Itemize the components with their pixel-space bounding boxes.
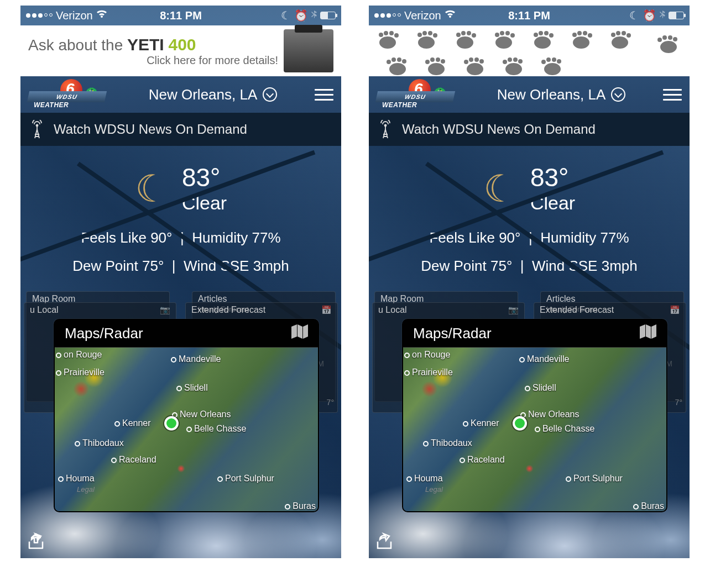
status-time: 8:11 PM (160, 9, 202, 22)
radar-map[interactable]: on Rouge Prairieville Mandeville Slidell… (55, 348, 318, 512)
status-left: Verizon (26, 9, 107, 22)
map-legal-label[interactable]: Legal (77, 485, 95, 494)
bluetooth-icon (311, 9, 317, 22)
location-label: New Orleans, LA (497, 86, 606, 103)
city-slidell: Slidell (176, 383, 208, 393)
carrier-label: Verizon (56, 9, 93, 22)
current-location-marker-icon (164, 416, 179, 431)
ad-pre: Ask about the (28, 36, 127, 54)
city-houma: Houma (406, 474, 443, 484)
card-extended-label: Extended Forecast (540, 305, 614, 314)
footprint-icon (454, 57, 486, 76)
radar-map[interactable]: on Rouge Prairieville Mandeville Slidell… (403, 348, 666, 512)
city-new-orleans: New Orleans (172, 410, 231, 419)
location-selector[interactable]: New Orleans, LA (149, 86, 278, 103)
svg-point-46 (428, 63, 445, 75)
svg-point-43 (397, 57, 401, 62)
city-port-sulphur: Port Sulphur (566, 474, 623, 484)
city-belle-chasse: Belle Chasse (535, 424, 594, 434)
detail-row-2: Dew Point 75° | Wind SSE 3mph (20, 258, 341, 275)
map-card-header: Maps/Radar (55, 320, 318, 348)
svg-point-65 (541, 60, 546, 64)
card-maps-radar[interactable]: Maps/Radar on Rouge Prairieville Mandevi… (402, 319, 667, 512)
footprint-icon (609, 30, 641, 50)
svg-point-57 (518, 59, 523, 64)
svg-point-37 (673, 37, 677, 41)
card-maps-radar[interactable]: Maps/Radar on Rouge Prairieville Mandevi… (54, 319, 319, 512)
svg-point-41 (389, 63, 406, 75)
svg-point-34 (622, 31, 626, 35)
wifi-icon (96, 10, 107, 22)
svg-point-26 (573, 36, 589, 49)
city-baton-rouge: on Rouge (56, 350, 102, 360)
status-left: Verizon (374, 9, 456, 22)
battery-icon (320, 12, 336, 19)
city-belle-chasse: Belle Chasse (186, 424, 246, 434)
svg-point-55 (464, 60, 468, 64)
svg-point-5 (394, 33, 399, 38)
moon-statusbar-icon: ☾ (629, 9, 639, 22)
status-bar: Verizon 8:11 PM ☾ ⏰ (20, 6, 341, 25)
svg-point-36 (660, 41, 677, 53)
card-extended-label: Extended Forecast (191, 305, 265, 314)
status-right: ☾ ⏰ (629, 9, 684, 22)
svg-point-52 (479, 59, 484, 64)
svg-point-32 (611, 33, 615, 37)
battery-icon (669, 12, 684, 19)
status-bar: Verizon 8:11 PM ☾ ⏰ (369, 6, 690, 25)
map-legal-label[interactable]: Legal (425, 485, 443, 494)
footprint-icon (648, 35, 680, 54)
wdsu-logo[interactable]: 🦚 WDSU WEATHER (377, 81, 460, 108)
footprint-icon (531, 57, 563, 76)
svg-point-49 (430, 57, 435, 62)
camera-icon: 📷 (160, 305, 170, 315)
wdsu-logo[interactable]: 🦚 WDSU WEATHER (28, 81, 111, 108)
svg-point-62 (557, 59, 561, 64)
carrier-label: Verizon (404, 9, 441, 22)
weather-main: ☾ 83° Clear Feels Like 90° | Humidity 77… (20, 146, 341, 558)
menu-button[interactable] (315, 89, 333, 101)
share-button[interactable] (26, 532, 46, 554)
svg-point-30 (588, 33, 592, 38)
calendar-icon: 📅 (670, 305, 680, 315)
svg-point-44 (391, 57, 396, 62)
city-buras: Buras (285, 501, 316, 511)
svg-point-59 (508, 57, 512, 62)
svg-point-29 (583, 31, 587, 35)
ad-banner-yeti[interactable]: Ask about the YETI 400 Click here for mo… (20, 25, 341, 76)
card-ulocal-label: u Local (30, 305, 59, 314)
svg-point-21 (534, 36, 551, 49)
news-on-demand-bar[interactable]: Watch WDSU News On Demand (369, 113, 690, 146)
city-prairieville: Prairieville (404, 368, 453, 377)
status-right: ☾ ⏰ (281, 9, 336, 22)
app-header: 🦚 WDSU WEATHER New Orleans, LA (369, 76, 690, 113)
bluetooth-icon (660, 9, 665, 22)
ad-banner-footprints[interactable]: /* placeholder for structure; actual pri… (369, 25, 690, 76)
detail-row-2: Dew Point 75° | Wind SSE 3mph (369, 258, 690, 275)
menu-button[interactable] (663, 89, 682, 101)
map-card-title: Maps/Radar (65, 325, 143, 342)
location-selector[interactable]: New Orleans, LA (497, 86, 626, 103)
svg-point-1 (379, 36, 396, 49)
svg-point-58 (513, 57, 518, 62)
svg-point-40 (657, 38, 662, 42)
city-port-sulphur: Port Sulphur (217, 474, 274, 484)
cards-stack: Map Room Articles Hourly Forecast 9 PM 1… (369, 291, 690, 523)
city-raceland: Raceland (111, 455, 156, 465)
current-location-marker-icon (513, 416, 527, 431)
svg-point-19 (505, 31, 510, 35)
svg-point-20 (510, 33, 515, 38)
alarm-icon: ⏰ (294, 9, 308, 22)
map-icon (291, 324, 308, 343)
signal-dots-icon (374, 13, 401, 18)
city-thibodaux: Thibodaux (423, 438, 472, 448)
city-kenner: Kenner (114, 418, 151, 428)
ad-brand: YETI (127, 35, 164, 54)
svg-point-60 (503, 60, 507, 64)
city-prairieville: Prairieville (56, 368, 105, 377)
news-on-demand-bar[interactable]: Watch WDSU News On Demand (20, 113, 341, 146)
city-thibodaux: Thibodaux (75, 438, 124, 448)
wifi-icon (445, 10, 456, 22)
logo-text: WDSU (56, 93, 78, 100)
share-button[interactable] (374, 532, 394, 554)
